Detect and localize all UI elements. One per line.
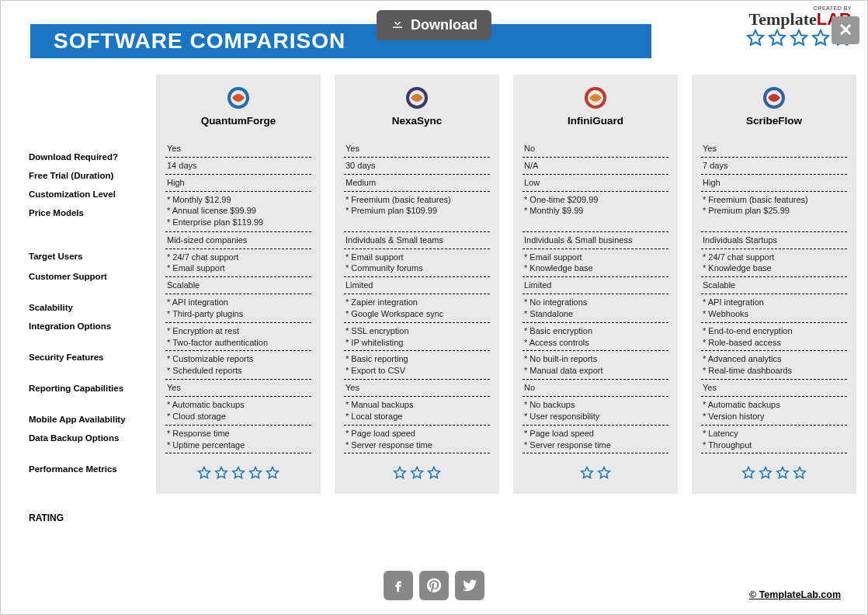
feature-cell-item: Third-party plugins (167, 308, 311, 320)
feature-cell: 24/7 chat supportEmail support (165, 249, 311, 278)
feature-cell-item: Premium plan $109.99 (345, 205, 490, 217)
feature-cell-item: Premium plan $25.99 (703, 205, 847, 217)
feature-label: Reporting Capabilities (29, 384, 153, 415)
feature-cell: High (701, 175, 847, 192)
feature-cell-item: Zapier integration (345, 297, 490, 308)
close-icon: ✕ (838, 20, 852, 40)
feature-cell-item: SSL encryption (345, 325, 490, 337)
feature-cell-item: Basic encryption (524, 325, 668, 337)
feature-cell-item: Freemium (basic features) (345, 194, 490, 206)
feature-cell-item: Monthly $9.99 (524, 205, 668, 217)
feature-labels-column: Download Required?Free Trial (Duration)C… (29, 152, 153, 495)
logo-part1: Template (749, 9, 817, 29)
feature-cell-item: API integration (703, 297, 847, 308)
product-name: InfiniGuard (523, 115, 668, 127)
feature-cell-item: Advanced analytics (703, 353, 847, 365)
feature-cell-item: No built-in reports (524, 353, 668, 365)
feature-cell-item: Email support (167, 262, 311, 274)
feature-cell: Automatic backupsCloud storage (165, 397, 311, 426)
feature-label: Integration Options (29, 321, 153, 353)
star-icon (248, 466, 262, 480)
product-name: ScribeFlow (701, 115, 847, 127)
feature-cell-item: Freemium (basic features) (703, 194, 847, 206)
facebook-button[interactable] (384, 571, 413, 600)
feature-cell: 30 days (344, 158, 490, 175)
feature-cell: Basic reportingExport to CSV (344, 351, 490, 380)
feature-cell: 7 days (701, 158, 847, 175)
feature-cell-item: Response time (167, 428, 311, 440)
star-icon (793, 466, 807, 480)
feature-cell-item: Page load speed (345, 428, 490, 440)
feature-cell: Yes (701, 141, 847, 158)
feature-cell-item: Server response time (345, 440, 490, 451)
feature-cell-item: Automatic backups (167, 399, 311, 411)
feature-cell: No (523, 380, 668, 397)
feature-cell: Page load speedServer response time (523, 426, 668, 454)
product-rating (344, 466, 490, 480)
feature-cell-item: Webhooks (703, 308, 847, 320)
feature-cell: Freemium (basic features)Premium plan $1… (344, 192, 490, 232)
star-icon (768, 29, 786, 47)
feature-cell-item: No integrations (524, 297, 668, 308)
feature-label: Scalability (29, 303, 153, 321)
pinterest-button[interactable] (419, 571, 449, 600)
star-icon (266, 466, 279, 480)
star-icon (410, 466, 424, 480)
feature-cell-item: Customizable reports (167, 353, 311, 365)
download-button[interactable]: Download (377, 10, 491, 40)
star-icon (597, 466, 611, 480)
star-icon (197, 466, 211, 480)
twitter-button[interactable] (455, 571, 484, 600)
feature-cell-item: Latency (703, 428, 847, 440)
feature-cell-item: Email support (524, 252, 668, 263)
footer-link[interactable]: © TemplateLab.com (749, 589, 841, 600)
feature-cell: Automatic backupsVersion history (701, 397, 847, 426)
feature-cell: Email supportKnowledge base (523, 249, 668, 278)
feature-cell-item: Real-time dashboards (703, 365, 847, 377)
product-icon (226, 85, 251, 110)
product-card: QuantumForgeYes14 daysHighMonthly $12.99… (156, 75, 321, 494)
product-card: ScribeFlowYes7 daysHighFreemium (basic f… (692, 75, 856, 494)
star-icon (427, 466, 441, 480)
feature-label: Performance Metrics (29, 464, 153, 495)
feature-cell-item: End-to-end encryption (703, 325, 847, 337)
product-rating (523, 466, 668, 480)
star-icon (231, 466, 245, 480)
feature-cell-item: Monthly $12.99 (167, 194, 311, 206)
feature-cell: SSL encryptionIP whitelisting (344, 323, 490, 352)
feature-cell-item: Email support (345, 252, 490, 263)
feature-cell: Encryption at restTwo-factor authenticat… (165, 323, 311, 352)
feature-cell-item: Knowledge base (524, 262, 668, 274)
star-icon (790, 29, 808, 47)
twitter-icon (461, 577, 478, 594)
feature-cell: Limited (344, 277, 490, 294)
close-button[interactable]: ✕ (832, 16, 859, 44)
feature-cell-item: Google Workspace sync (345, 308, 490, 320)
feature-cell-item: Page load speed (524, 428, 668, 440)
feature-label: Customization Level (29, 189, 153, 208)
product-icon (404, 85, 429, 110)
feature-cell: Individuals Startups (701, 232, 847, 249)
star-icon (741, 466, 755, 480)
feature-label: Free Trial (Duration) (29, 171, 153, 189)
feature-cell: Low (523, 175, 668, 192)
feature-cell-item: Manual data export (524, 365, 668, 377)
feature-cell: Yes (344, 141, 490, 158)
feature-cell-item: Export to CSV (345, 365, 490, 377)
feature-cell-item: Encryption at rest (167, 325, 311, 337)
feature-cell: Yes (701, 380, 847, 397)
feature-cell: Mid-sized companies (165, 232, 311, 249)
feature-cell-item: No backups (524, 399, 668, 411)
star-icon (214, 466, 228, 480)
feature-cell: Advanced analyticsReal-time dashboards (701, 351, 847, 380)
rating-row-label: RATING (29, 512, 64, 523)
star-icon (393, 466, 407, 480)
feature-cell: N/A (523, 158, 668, 175)
feature-cell: Individuals & Small teams (344, 232, 490, 249)
feature-cell-item: Scheduled reports (167, 365, 311, 377)
product-name: QuantumForge (165, 115, 311, 127)
feature-cell-item: Cloud storage (167, 411, 311, 422)
product-icon (762, 85, 786, 110)
feature-label: Security Features (29, 353, 153, 384)
feature-cell-item: Throughput (703, 440, 847, 451)
